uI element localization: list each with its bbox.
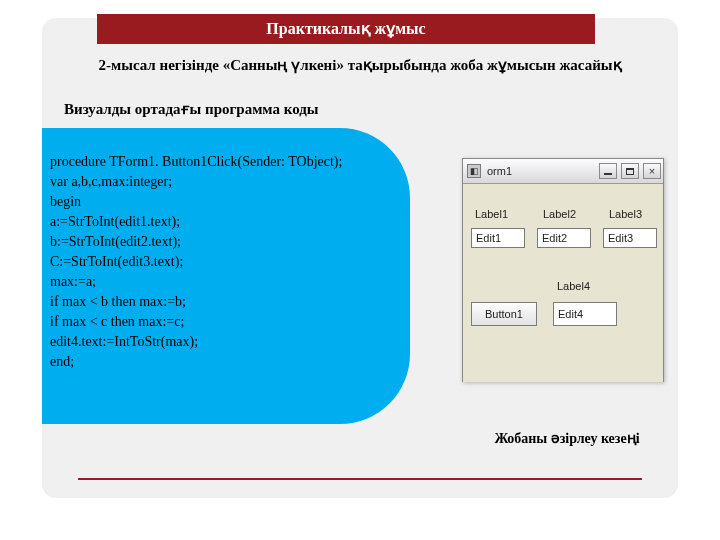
code-block: procedure TForm1. Button1Click(Sender: T… [42,128,410,424]
edit2[interactable]: Edit2 [537,228,591,248]
label3: Label3 [609,208,642,220]
code-heading: Визуалды ортадағы программа коды [64,100,319,118]
minimize-icon [604,173,612,175]
bottom-rule [78,478,642,480]
form-caption: Жобаны әзірлеу кезеңі [462,430,672,447]
label1: Label1 [475,208,508,220]
edit3[interactable]: Edit3 [603,228,657,248]
form-client-area: Label1 Label2 Label3 Edit1 Edit2 Edit3 L… [463,184,663,382]
app-icon: ◧ [467,164,481,178]
maximize-button[interactable] [621,163,639,179]
titlebar: ◧ orm1 × [463,159,663,184]
minimize-button[interactable] [599,163,617,179]
button1[interactable]: Button1 [471,302,537,326]
slide-card: Практикалық жұмыс 2-мысал негізінде «Сан… [42,18,678,498]
slide-title: Практикалық жұмыс [266,20,425,37]
label2: Label2 [543,208,576,220]
slide-title-bar: Практикалық жұмыс [97,14,595,44]
close-icon: × [649,165,655,177]
edit4[interactable]: Edit4 [553,302,617,326]
label4: Label4 [557,280,590,292]
maximize-icon [626,168,634,175]
close-button[interactable]: × [643,163,661,179]
slide-subtitle: 2-мысал негізінде «Санның үлкені» тақыры… [42,56,678,74]
form-window: ◧ orm1 × Label1 Label2 Label3 Edit1 Edit… [462,158,664,382]
window-title: orm1 [487,165,512,177]
edit1[interactable]: Edit1 [471,228,525,248]
